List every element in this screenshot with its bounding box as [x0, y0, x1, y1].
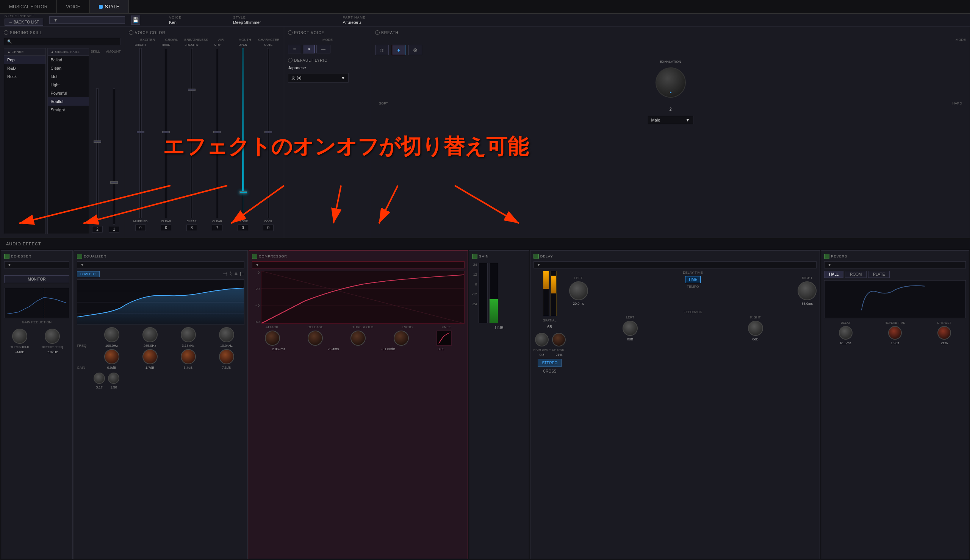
vc-track-exciter[interactable] — [139, 48, 142, 218]
delay-right-knob[interactable] — [798, 281, 816, 300]
save-button[interactable]: 💾 — [131, 15, 140, 25]
voice-color-info-icon[interactable]: i — [129, 30, 134, 35]
skill-item-clean[interactable]: Clean — [48, 64, 89, 72]
eq-band-icon-3[interactable]: ⌗ — [235, 271, 237, 277]
monitor-button[interactable]: MONITOR — [4, 275, 69, 283]
comp-release-knob[interactable] — [308, 330, 323, 346]
eq-freq-knob-1-ctrl[interactable] — [104, 327, 119, 342]
robot-mode-btn-2[interactable]: — — [316, 45, 331, 53]
comp-attack-knob[interactable] — [265, 330, 280, 346]
de-esser-dropdown[interactable]: ▼ — [4, 261, 69, 268]
delay-left-col: LEFT 20.0ms — [569, 276, 588, 305]
amount-value-badge: 1 — [109, 226, 119, 232]
skill-slider-track[interactable] — [96, 88, 99, 225]
dry-wet-knob[interactable] — [552, 333, 566, 347]
ae-panels-container: DE-ESSER ▼ MONITOR GAIN REDU — [0, 250, 970, 560]
delay-enable-button[interactable] — [534, 254, 539, 259]
eq-freq-knob-3-ctrl[interactable] — [181, 327, 196, 342]
feedback-right-knob[interactable] — [748, 321, 763, 336]
eq-freq-knob-4-ctrl[interactable] — [219, 327, 234, 342]
equalizer-enable-button[interactable] — [77, 254, 82, 259]
delay-slider-left[interactable] — [543, 271, 549, 316]
back-to-list-button[interactable]: ← BACK TO LIST — [5, 18, 43, 26]
eq-band-icon-4[interactable]: ⊢ — [240, 271, 244, 277]
comp-threshold-knob[interactable] — [351, 330, 366, 346]
reverb-title: REVERB — [824, 254, 966, 259]
genre-item-pop[interactable]: Pop — [4, 56, 45, 64]
soft-label: SOFT — [379, 102, 388, 105]
eq-band-icon-1[interactable]: ⊣ — [223, 271, 227, 277]
detect-freq-knob[interactable] — [45, 329, 60, 344]
vc-track-breathiness[interactable] — [190, 48, 193, 218]
eq-extra-knob-2: 1.50 — [108, 373, 119, 389]
vc-track-air[interactable] — [216, 48, 218, 218]
amount-slider-track[interactable] — [113, 88, 115, 225]
reverb-type-hall[interactable]: HALL — [824, 271, 843, 278]
genre-item-rb[interactable]: R&B — [4, 64, 45, 72]
robot-mode-btn-1[interactable]: ≈ — [303, 45, 315, 53]
breath-mode-btn-0[interactable]: ≋ — [375, 45, 389, 55]
delay-dropdown[interactable]: ▼ — [534, 261, 817, 268]
threshold-knob[interactable] — [12, 329, 27, 344]
equalizer-dropdown[interactable]: ▼ — [77, 261, 244, 268]
vc-track-mouth[interactable] — [242, 48, 244, 218]
gender-dropdown[interactable]: Male ▼ — [648, 116, 693, 124]
breath-mode-btn-1[interactable]: ♦ — [392, 45, 406, 55]
high-damp-knob[interactable] — [535, 333, 549, 347]
nav-tab-style[interactable]: STYLE — [90, 0, 129, 13]
eq-freq-knob-2-ctrl[interactable] — [142, 327, 158, 342]
stereo-badge[interactable]: STEREO — [538, 359, 561, 367]
comp-ratio-knob[interactable] — [394, 330, 409, 346]
reverb-delay-knob[interactable] — [839, 326, 853, 340]
gain-title: GAIN — [472, 254, 526, 259]
default-lyric-info-icon[interactable]: i — [288, 58, 292, 62]
reverb-type-room[interactable]: ROOM — [845, 271, 866, 278]
breath-mode-btn-2[interactable]: ⊗ — [409, 45, 422, 55]
reverb-type-plate[interactable]: PLATE — [868, 271, 890, 278]
gain-enable-button[interactable] — [472, 254, 477, 259]
eq-band-icon-2[interactable]: ⌇ — [230, 271, 232, 277]
skill-item-soulful[interactable]: Soulful — [48, 97, 89, 106]
reverb-enable-button[interactable] — [824, 254, 830, 259]
skill-item-powerful[interactable]: Powerful — [48, 89, 89, 97]
reverb-dropdown[interactable]: ▼ — [824, 261, 966, 268]
delay-left-knob[interactable] — [569, 281, 588, 300]
genre-item-rock[interactable]: Rock — [4, 72, 45, 81]
compressor-enable-button[interactable] — [252, 254, 257, 259]
time-badge[interactable]: TIME — [685, 276, 701, 283]
nav-tab-voice[interactable]: VOICE — [57, 0, 89, 13]
feedback-left-knob[interactable] — [623, 321, 638, 336]
eq-gain-knob-4-ctrl[interactable] — [219, 349, 234, 364]
compressor-dropdown[interactable]: ▼ — [252, 261, 464, 268]
vc-sliders-container: BRIGHT MUFFLED 0 HARD CLEAR 0 — [129, 43, 280, 234]
low-cut-badge[interactable]: LOW CUT — [77, 271, 100, 277]
style-preset-dropdown[interactable]: ▼ — [49, 16, 125, 24]
reverb-time-value: 1.93s — [891, 341, 899, 345]
gender-value: Male — [651, 118, 660, 122]
delay-slider-right[interactable] — [551, 271, 557, 316]
breath-info-icon[interactable]: i — [375, 30, 380, 35]
lyric-character-dropdown[interactable]: あ [a] ▼ — [288, 73, 349, 83]
eq-extra-knob-1-ctrl[interactable] — [93, 373, 105, 384]
robot-mode-btn-0[interactable]: ≋ — [288, 45, 301, 53]
skill-item-light[interactable]: Light — [48, 81, 89, 89]
de-esser-enable-button[interactable] — [4, 254, 10, 259]
robot-voice-info-icon[interactable]: i — [288, 30, 292, 35]
eq-extra-knob-2-ctrl[interactable] — [108, 373, 119, 384]
reverb-time-knob[interactable] — [888, 326, 902, 340]
skill-search-input[interactable] — [4, 38, 121, 45]
vc-col-label-air: AIR — [210, 38, 232, 42]
comp-threshold-label: THRESHOLD — [352, 325, 374, 329]
skill-item-ballad[interactable]: Ballad — [48, 56, 89, 64]
skill-item-straight[interactable]: Straight — [48, 106, 89, 114]
skill-item-idol[interactable]: Idol — [48, 72, 89, 81]
eq-gain-knob-1-ctrl[interactable] — [104, 349, 119, 364]
vc-track-character[interactable] — [267, 48, 269, 218]
eq-gain-knob-2-ctrl[interactable] — [142, 349, 158, 364]
nav-tab-musical-editor[interactable]: MUSICAL EDITOR — [0, 0, 57, 13]
vc-track-growl[interactable] — [165, 48, 167, 218]
breath-knob[interactable] — [656, 67, 686, 98]
eq-gain-knob-3-ctrl[interactable] — [181, 349, 196, 364]
reverb-drywet-knob[interactable] — [937, 326, 951, 340]
singing-skill-info-icon[interactable]: i — [4, 30, 8, 35]
